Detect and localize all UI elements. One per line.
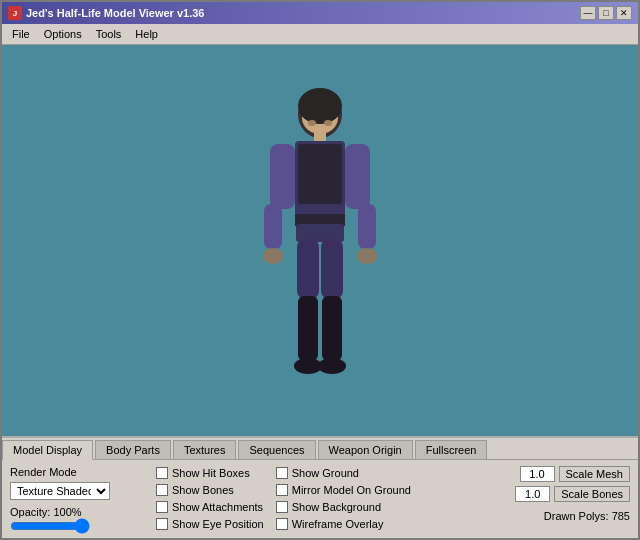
checkbox-col-1: Show Hit Boxes Show Bones Show Attachmen… <box>156 466 264 532</box>
svg-point-18 <box>294 358 322 374</box>
show-ground-row: Show Ground <box>276 466 411 480</box>
mirror-model-label: Mirror Model On Ground <box>292 484 411 496</box>
tab-fullscreen[interactable]: Fullscreen <box>415 440 488 459</box>
render-mode-row: Render Mode <box>10 466 140 478</box>
show-background-row: Show Background <box>276 500 411 514</box>
svg-point-21 <box>324 120 332 126</box>
slider-container <box>10 520 140 532</box>
opacity-row: Opacity: 100% <box>10 506 140 518</box>
wireframe-overlay-label: Wireframe Overlay <box>292 518 384 530</box>
svg-rect-8 <box>345 144 370 209</box>
window-title: Jed's Half-Life Model Viewer v1.36 <box>26 7 204 19</box>
svg-rect-15 <box>321 239 343 299</box>
app-icon: J <box>8 6 22 20</box>
show-attachments-label: Show Attachments <box>172 501 263 513</box>
menu-bar: File Options Tools Help <box>2 24 638 45</box>
show-bones-checkbox[interactable] <box>156 484 168 496</box>
scale-mesh-button[interactable]: Scale Mesh <box>559 466 630 482</box>
scale-mesh-row: Scale Mesh <box>520 466 630 482</box>
svg-point-11 <box>263 248 283 264</box>
tab-body-parts[interactable]: Body Parts <box>95 440 171 459</box>
show-hit-boxes-label: Show Hit Boxes <box>172 467 250 479</box>
menu-options[interactable]: Options <box>38 26 88 42</box>
svg-rect-16 <box>298 296 318 361</box>
wireframe-overlay-checkbox[interactable] <box>276 518 288 530</box>
mirror-model-checkbox[interactable] <box>276 484 288 496</box>
svg-rect-3 <box>314 132 326 142</box>
scale-mesh-input[interactable] <box>520 466 555 482</box>
tab-weapon-origin[interactable]: Weapon Origin <box>318 440 413 459</box>
show-ground-label: Show Ground <box>292 467 359 479</box>
main-window: J Jed's Half-Life Model Viewer v1.36 — □… <box>0 0 640 540</box>
svg-rect-9 <box>264 204 282 249</box>
svg-point-2 <box>298 88 342 124</box>
model-figure <box>250 76 390 406</box>
svg-rect-10 <box>358 204 376 249</box>
show-eye-position-row: Show Eye Position <box>156 517 264 531</box>
title-bar: J Jed's Half-Life Model Viewer v1.36 — □… <box>2 2 638 24</box>
maximize-button[interactable]: □ <box>598 6 614 20</box>
svg-rect-5 <box>298 144 342 204</box>
scale-bones-row: Scale Bones <box>515 486 630 502</box>
show-hit-boxes-checkbox[interactable] <box>156 467 168 479</box>
mirror-model-row: Mirror Model On Ground <box>276 483 411 497</box>
svg-rect-17 <box>322 296 342 361</box>
title-buttons: — □ ✕ <box>580 6 632 20</box>
scale-bones-button[interactable]: Scale Bones <box>554 486 630 502</box>
svg-rect-14 <box>297 239 319 299</box>
menu-file[interactable]: File <box>6 26 36 42</box>
show-attachments-checkbox[interactable] <box>156 501 168 513</box>
model-viewport[interactable] <box>2 45 638 436</box>
render-mode-select[interactable]: Texture Shaded Flat Shaded Wireframe No … <box>10 482 110 500</box>
scale-bones-input[interactable] <box>515 486 550 502</box>
opacity-label: Opacity: 100% <box>10 506 82 518</box>
svg-point-20 <box>308 120 316 126</box>
close-button[interactable]: ✕ <box>616 6 632 20</box>
left-column: Render Mode Texture Shaded Flat Shaded W… <box>10 466 140 532</box>
show-eye-position-label: Show Eye Position <box>172 518 264 530</box>
render-mode-label: Render Mode <box>10 466 77 478</box>
checkbox-area: Show Hit Boxes Show Bones Show Attachmen… <box>156 466 499 532</box>
opacity-slider[interactable] <box>10 520 90 532</box>
tab-textures[interactable]: Textures <box>173 440 237 459</box>
tab-sequences[interactable]: Sequences <box>238 440 315 459</box>
show-bones-row: Show Bones <box>156 483 264 497</box>
show-eye-position-checkbox[interactable] <box>156 518 168 530</box>
menu-help[interactable]: Help <box>129 26 164 42</box>
checkbox-col-2: Show Ground Mirror Model On Ground Show … <box>276 466 411 532</box>
svg-point-12 <box>357 248 377 264</box>
show-ground-checkbox[interactable] <box>276 467 288 479</box>
render-mode-select-wrapper: Texture Shaded Flat Shaded Wireframe No … <box>10 482 140 500</box>
show-attachments-row: Show Attachments <box>156 500 264 514</box>
show-hit-boxes-row: Show Hit Boxes <box>156 466 264 480</box>
tab-model-display[interactable]: Model Display <box>2 440 93 460</box>
title-bar-left: J Jed's Half-Life Model Viewer v1.36 <box>8 6 204 20</box>
svg-rect-7 <box>270 144 295 209</box>
wireframe-overlay-row: Wireframe Overlay <box>276 517 411 531</box>
show-background-label: Show Background <box>292 501 381 513</box>
show-bones-label: Show Bones <box>172 484 234 496</box>
svg-point-19 <box>318 358 346 374</box>
scale-controls: Scale Mesh Scale Bones Drawn Polys: 785 <box>515 466 630 532</box>
bottom-panel: Model Display Body Parts Textures Sequen… <box>2 436 638 538</box>
tab-bar: Model Display Body Parts Textures Sequen… <box>2 438 638 460</box>
minimize-button[interactable]: — <box>580 6 596 20</box>
menu-tools[interactable]: Tools <box>90 26 128 42</box>
drawn-polys: Drawn Polys: 785 <box>544 510 630 522</box>
show-background-checkbox[interactable] <box>276 501 288 513</box>
panel-content: Render Mode Texture Shaded Flat Shaded W… <box>2 460 638 538</box>
